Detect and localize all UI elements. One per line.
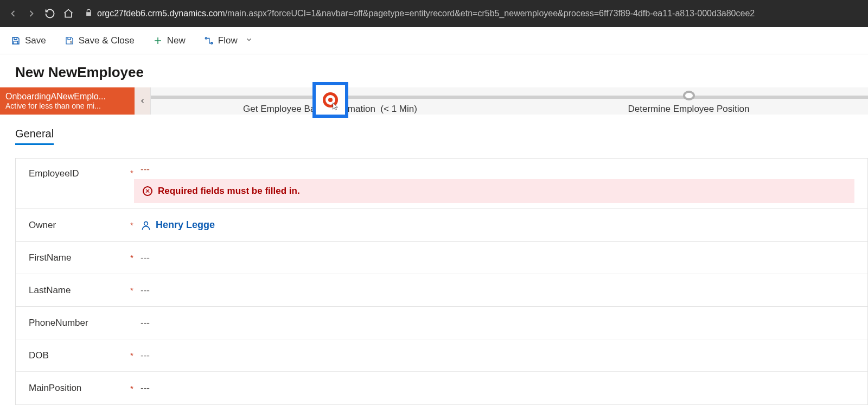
process-name-chip[interactable]: OnboardingANewEmplo... Active for less t… <box>0 87 135 115</box>
required-marker: * <box>126 351 137 360</box>
process-stages: Get Employee Basic Information (< 1 Min)… <box>151 87 868 115</box>
address-bar[interactable]: orgc27fdeb6.crm5.dynamics.com/main.aspx?… <box>80 9 861 19</box>
error-icon: ✕ <box>143 186 152 196</box>
stage-circle-icon <box>683 91 695 100</box>
required-marker: * <box>126 384 137 393</box>
save-button[interactable]: Save <box>7 32 50 49</box>
flow-icon <box>204 36 214 46</box>
svg-point-1 <box>211 42 213 44</box>
validation-error-banner: ✕ Required fields must be filled in. <box>134 179 854 203</box>
nav-home-button[interactable] <box>62 7 75 20</box>
flow-button[interactable]: Flow <box>200 32 257 49</box>
url-text: orgc27fdeb6.crm5.dynamics.com/main.aspx?… <box>97 9 755 18</box>
error-text: Required fields must be filled in. <box>158 186 300 197</box>
field-dob[interactable]: DOB * --- <box>16 339 867 372</box>
lock-icon <box>85 9 93 19</box>
required-marker: * <box>126 164 137 178</box>
owner-name: Henry Legge <box>156 219 215 231</box>
field-label: DOB <box>29 350 126 361</box>
svg-point-2 <box>144 222 148 225</box>
field-value: --- <box>137 252 854 263</box>
new-label: New <box>167 35 186 46</box>
field-phone-number[interactable]: PhoneNumber --- <box>16 307 867 339</box>
process-flow-bar: OnboardingANewEmplo... Active for less t… <box>0 87 868 115</box>
tabs-row: General <box>0 115 868 145</box>
tab-general[interactable]: General <box>15 128 54 145</box>
save-close-label: Save & Close <box>79 35 135 46</box>
save-close-icon <box>65 36 74 46</box>
plus-icon <box>153 36 163 46</box>
save-label: Save <box>25 35 46 46</box>
cursor-icon <box>331 100 340 112</box>
field-label: Owner <box>29 220 126 231</box>
field-owner[interactable]: Owner * Henry Legge <box>16 209 867 242</box>
person-icon <box>141 220 151 231</box>
field-main-position[interactable]: MainPosition * --- <box>16 372 867 404</box>
save-icon <box>11 36 21 46</box>
required-marker: * <box>126 286 137 295</box>
nav-back-button[interactable] <box>7 7 20 20</box>
field-label: FirstName <box>29 252 126 263</box>
required-marker: * <box>126 253 137 262</box>
nav-forward-button[interactable] <box>25 7 38 20</box>
target-highlight <box>312 82 348 118</box>
form-card: EmployeeID * --- ✕ Required fields must … <box>15 158 868 405</box>
field-label: EmployeeID <box>29 164 126 179</box>
process-collapse-button[interactable] <box>135 87 151 115</box>
process-status: Active for less than one mi... <box>5 102 129 110</box>
process-name: OnboardingANewEmplo... <box>5 92 129 102</box>
nav-reload-button[interactable] <box>43 7 56 20</box>
field-value: --- <box>137 383 854 394</box>
stage2-label: Determine Employee Position <box>628 104 750 115</box>
stage-determine-employee-position[interactable]: Determine Employee Position <box>509 87 868 115</box>
field-value: --- <box>137 350 854 361</box>
save-close-button[interactable]: Save & Close <box>60 32 139 49</box>
chevron-down-icon <box>245 35 253 46</box>
field-first-name[interactable]: FirstName * --- <box>16 242 867 274</box>
field-last-name[interactable]: LastName * --- <box>16 274 867 307</box>
field-value: --- <box>137 318 854 328</box>
flow-label: Flow <box>218 35 238 46</box>
field-employee-id[interactable]: EmployeeID * --- ✕ Required fields must … <box>16 159 867 209</box>
new-button[interactable]: New <box>149 32 190 49</box>
stage-get-employee-basic-info[interactable]: Get Employee Basic Information (< 1 Min) <box>151 87 509 115</box>
field-value: --- <box>137 164 854 175</box>
command-bar: Save Save & Close New Flow <box>0 27 868 54</box>
page-title: New NewEmployee <box>0 54 868 87</box>
field-label: MainPosition <box>29 383 126 394</box>
field-value: --- <box>137 285 854 296</box>
required-marker: * <box>126 220 137 230</box>
owner-lookup-value[interactable]: Henry Legge <box>141 219 854 231</box>
svg-point-0 <box>205 37 207 39</box>
field-label: LastName <box>29 285 126 296</box>
browser-chrome: orgc27fdeb6.crm5.dynamics.com/main.aspx?… <box>0 0 868 27</box>
field-label: PhoneNumber <box>29 318 126 328</box>
